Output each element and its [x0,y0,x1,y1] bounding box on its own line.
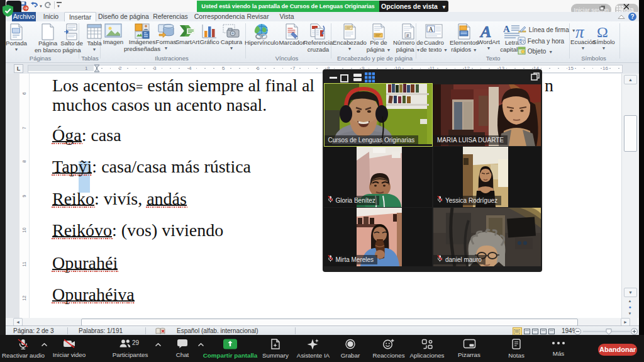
svg-text:A: A [429,26,434,33]
svg-text:#: # [406,33,409,38]
svg-text:29: 29 [132,339,140,346]
svg-text:A: A [479,23,491,39]
svg-text:A: A [503,24,510,34]
svg-text:Ω: Ω [597,24,608,39]
svg-text:π: π [575,23,585,39]
